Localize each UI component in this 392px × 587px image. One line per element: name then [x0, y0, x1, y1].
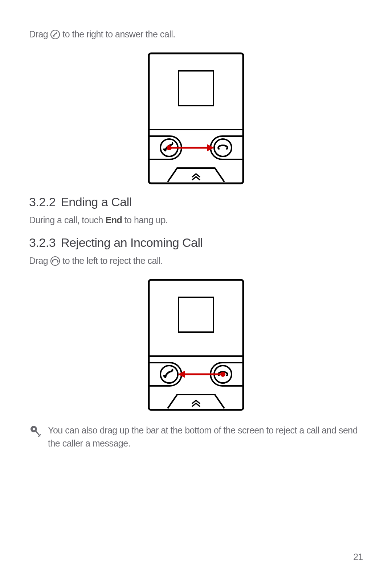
- svg-point-0: [51, 30, 60, 39]
- drag-label: Drag: [29, 256, 48, 266]
- drag-rest: to the left to reject the call.: [62, 256, 163, 266]
- phone-up-icon: [50, 29, 60, 40]
- ending-call-text: During a call, touch End to hang up.: [29, 215, 363, 225]
- reject-call-figure: [29, 278, 363, 411]
- svg-rect-1: [149, 53, 243, 183]
- heading-number: 3.2.3: [29, 236, 56, 249]
- svg-rect-10: [149, 280, 243, 410]
- document-page: Drag to the right to answer the call.: [0, 0, 392, 472]
- heading-title: Rejecting an Incoming Call: [61, 236, 203, 249]
- svg-point-13: [160, 366, 178, 383]
- reject-call-instruction: Drag to the left to reject the call.: [29, 256, 363, 266]
- phone-down-icon: [50, 256, 60, 266]
- answer-call-instruction: Drag to the right to answer the call.: [29, 29, 363, 40]
- heading-ending-a-call: 3.2.2Ending a Call: [29, 195, 363, 209]
- end-bold: End: [105, 215, 122, 225]
- svg-point-19: [33, 428, 35, 430]
- heading-title: Ending a Call: [61, 195, 132, 209]
- drag-label: Drag: [29, 29, 48, 40]
- drag-rest: to the right to answer the call.: [62, 29, 175, 40]
- svg-point-5: [214, 139, 232, 156]
- tip-text: You can also drag up the bar at the bott…: [48, 424, 363, 450]
- heading-rejecting-call: 3.2.3Rejecting an Incoming Call: [29, 236, 363, 250]
- ending-post: to hang up.: [122, 215, 168, 225]
- tip-icon: [29, 424, 42, 437]
- ending-pre: During a call, touch: [29, 215, 105, 225]
- tip-note: You can also drag up the bar at the bott…: [29, 424, 363, 450]
- heading-number: 3.2.2: [29, 195, 56, 209]
- svg-rect-2: [179, 71, 213, 106]
- svg-rect-11: [179, 297, 213, 332]
- answer-call-figure: [29, 52, 363, 185]
- page-number: 21: [353, 552, 363, 562]
